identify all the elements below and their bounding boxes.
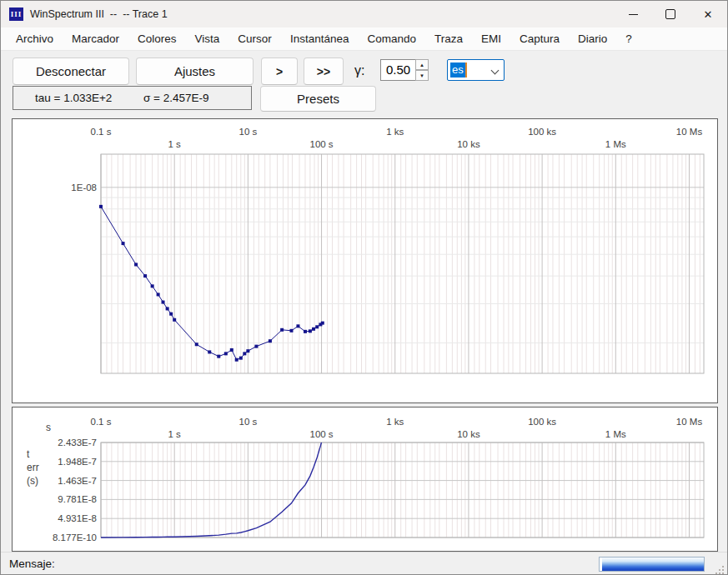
menu-item-emi[interactable]: EMI xyxy=(481,32,501,45)
measurement-readout-box: tau = 1.033E+2 σ = 2.457E-9 xyxy=(13,86,252,110)
svg-text:10 Ms: 10 Ms xyxy=(676,417,703,427)
svg-text:1 ks: 1 ks xyxy=(386,417,404,427)
maximize-button[interactable] xyxy=(652,1,689,28)
svg-text:1 ks: 1 ks xyxy=(386,127,404,137)
svg-text:1 s: 1 s xyxy=(168,139,182,149)
svg-text:100 ks: 100 ks xyxy=(528,127,556,137)
sigma-readout: σ = 2.457E-9 xyxy=(143,87,209,109)
menu-item-ayuda[interactable]: ? xyxy=(625,32,632,45)
menu-item-diario[interactable]: Diario xyxy=(578,32,607,45)
svg-text:1 s: 1 s xyxy=(168,429,182,439)
svg-text:2.433E-7: 2.433E-7 xyxy=(58,438,97,448)
status-bar: Mensaje: xyxy=(1,552,727,575)
menu-bar: Archivo Marcador Colores Vista Cursor In… xyxy=(1,28,727,51)
gamma-input[interactable]: 0.50 xyxy=(380,59,415,81)
svg-text:(s): (s) xyxy=(27,475,38,487)
svg-text:4.931E-8: 4.931E-8 xyxy=(58,513,97,523)
chevron-down-icon xyxy=(491,67,500,75)
svg-text:1.463E-7: 1.463E-7 xyxy=(58,476,97,486)
spin-down-icon: ▼ xyxy=(419,73,424,78)
svg-text:10 s: 10 s xyxy=(238,417,257,427)
svg-text:10 ks: 10 ks xyxy=(457,429,480,439)
menu-item-colores[interactable]: Colores xyxy=(138,32,177,45)
svg-text:1.948E-7: 1.948E-7 xyxy=(58,457,97,467)
gamma-stepper: ▲ ▼ xyxy=(415,59,429,81)
svg-text:1 Ms: 1 Ms xyxy=(605,139,626,149)
svg-text:100 ks: 100 ks xyxy=(528,417,556,427)
time-error-chart[interactable]: 0.1 s1 s10 s100 s1 ks10 ks100 ks1 Ms10 M… xyxy=(13,408,717,551)
menu-item-cursor[interactable]: Cursor xyxy=(238,32,272,45)
svg-text:8.177E-10: 8.177E-10 xyxy=(53,532,97,542)
gamma-label: γ: xyxy=(354,58,364,83)
svg-text:100 s: 100 s xyxy=(309,139,333,149)
menu-item-captura[interactable]: Captura xyxy=(520,32,560,45)
minimize-icon xyxy=(629,14,638,15)
progress-bar xyxy=(599,557,705,572)
app-window: III WinSpectrum III -- -- Trace 1 ✕ Arch… xyxy=(0,0,728,575)
close-button[interactable]: ✕ xyxy=(690,1,726,28)
svg-text:10 Ms: 10 Ms xyxy=(676,127,703,137)
spin-down-button[interactable]: ▼ xyxy=(415,70,429,81)
menu-item-vista[interactable]: Vista xyxy=(195,32,220,45)
allan-deviation-chart[interactable]: 0.1 s1 s10 s100 s1 ks10 ks100 ks1 Ms10 M… xyxy=(13,119,717,402)
menu-item-archivo[interactable]: Archivo xyxy=(16,32,53,45)
svg-text:err: err xyxy=(27,462,39,473)
spin-up-icon: ▲ xyxy=(419,62,424,68)
step-button[interactable]: > xyxy=(261,58,298,85)
window-title: WinSpectrum III -- -- Trace 1 xyxy=(30,1,168,28)
settings-button[interactable]: Ajustes xyxy=(136,58,254,85)
svg-text:100 s: 100 s xyxy=(309,429,333,439)
maximize-icon xyxy=(665,9,675,19)
fast-forward-button[interactable]: >> xyxy=(304,58,344,85)
time-error-chart-panel: 0.1 s1 s10 s100 s1 ks10 ks100 ks1 Ms10 M… xyxy=(12,407,718,552)
svg-text:1E-08: 1E-08 xyxy=(71,182,97,192)
message-label: Mensaje: xyxy=(9,558,55,570)
svg-text:s: s xyxy=(46,422,51,433)
language-selected-value: es xyxy=(450,62,465,78)
allan-deviation-chart-panel: 0.1 s1 s10 s100 s1 ks10 ks100 ks1 Ms10 M… xyxy=(12,118,718,403)
menu-item-comando[interactable]: Comando xyxy=(367,32,416,45)
presets-button[interactable]: Presets xyxy=(260,86,376,112)
progress-bar-fill xyxy=(602,558,704,571)
app-icon: III xyxy=(9,8,23,21)
disconnect-button[interactable]: Desconectar xyxy=(13,58,129,85)
minimize-button[interactable] xyxy=(615,1,651,28)
resize-grip[interactable] xyxy=(715,566,724,574)
tau-readout: tau = 1.033E+2 xyxy=(35,87,112,109)
svg-text:0.1 s: 0.1 s xyxy=(91,417,112,427)
text-caret xyxy=(465,62,467,78)
close-icon: ✕ xyxy=(704,8,713,21)
svg-text:9.781E-8: 9.781E-8 xyxy=(58,494,97,504)
menu-item-marcador[interactable]: Marcador xyxy=(72,32,119,45)
svg-text:10 s: 10 s xyxy=(238,127,257,137)
svg-text:0.1 s: 0.1 s xyxy=(91,127,112,137)
svg-text:t: t xyxy=(27,448,30,460)
title-bar: III WinSpectrum III -- -- Trace 1 ✕ xyxy=(1,1,727,28)
svg-text:1 Ms: 1 Ms xyxy=(605,429,626,439)
svg-text:10 ks: 10 ks xyxy=(457,139,480,149)
menu-item-instantanea[interactable]: Instantánea xyxy=(290,32,349,45)
menu-item-traza[interactable]: Traza xyxy=(434,32,463,45)
language-combobox[interactable]: es xyxy=(447,59,505,81)
spin-up-button[interactable]: ▲ xyxy=(415,59,429,70)
